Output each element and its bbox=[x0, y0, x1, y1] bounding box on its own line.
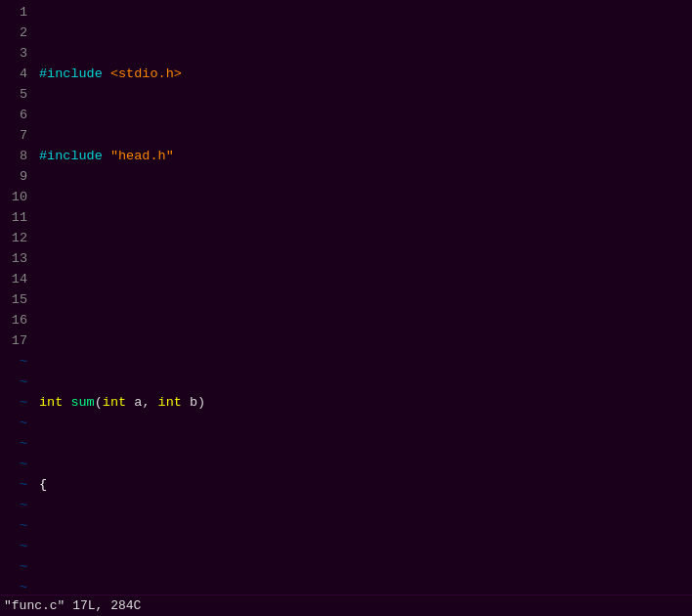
line-num-5: 5 bbox=[0, 84, 27, 105]
tilde-11: ~ bbox=[0, 556, 27, 577]
tilde-9: ~ bbox=[0, 515, 27, 536]
line-num-4: 4 bbox=[0, 64, 27, 84]
tilde-2: ~ bbox=[0, 372, 27, 392]
status-text: "func.c" 17L, 284C bbox=[4, 598, 141, 613]
tilde-6: ~ bbox=[0, 454, 27, 474]
code-content[interactable]: #include <stdio.h> #include "head.h" int… bbox=[35, 2, 692, 593]
tilde-8: ~ bbox=[0, 495, 27, 515]
code-line-6: { bbox=[39, 474, 692, 495]
code-area[interactable]: 1 2 3 4 5 6 7 8 9 10 11 12 13 14 15 16 1… bbox=[0, 0, 692, 594]
line-num-17: 17 bbox=[0, 330, 27, 351]
line-num-7: 7 bbox=[0, 125, 27, 146]
line-num-3: 3 bbox=[0, 43, 27, 64]
line-num-9: 9 bbox=[0, 166, 27, 187]
status-bar: "func.c" 17L, 284C bbox=[0, 594, 692, 616]
line-num-10: 10 bbox=[0, 187, 27, 207]
code-line-2: #include "head.h" bbox=[39, 146, 692, 166]
code-line-3 bbox=[39, 228, 692, 248]
code-line-5: int sum(int a, int b) bbox=[39, 392, 692, 413]
code-line-7 bbox=[39, 556, 692, 577]
line-num-8: 8 bbox=[0, 146, 27, 166]
tilde-4: ~ bbox=[0, 413, 27, 433]
code-line-4 bbox=[39, 310, 692, 330]
line-num-11: 11 bbox=[0, 207, 27, 228]
line-num-6: 6 bbox=[0, 105, 27, 125]
code-line-1: #include <stdio.h> bbox=[39, 64, 692, 84]
tilde-5: ~ bbox=[0, 433, 27, 454]
line-num-14: 14 bbox=[0, 269, 27, 289]
line-numbers: 1 2 3 4 5 6 7 8 9 10 11 12 13 14 15 16 1… bbox=[0, 2, 35, 593]
line-num-12: 12 bbox=[0, 228, 27, 248]
line-num-2: 2 bbox=[0, 22, 27, 43]
tilde-7: ~ bbox=[0, 474, 27, 495]
tilde-1: ~ bbox=[0, 351, 27, 372]
line-num-1: 1 bbox=[0, 2, 27, 22]
editor: 1 2 3 4 5 6 7 8 9 10 11 12 13 14 15 16 1… bbox=[0, 0, 692, 616]
tilde-12: ~ bbox=[0, 577, 27, 594]
line-num-16: 16 bbox=[0, 310, 27, 330]
tilde-10: ~ bbox=[0, 536, 27, 556]
line-num-15: 15 bbox=[0, 289, 27, 310]
tilde-3: ~ bbox=[0, 392, 27, 413]
line-num-13: 13 bbox=[0, 248, 27, 269]
